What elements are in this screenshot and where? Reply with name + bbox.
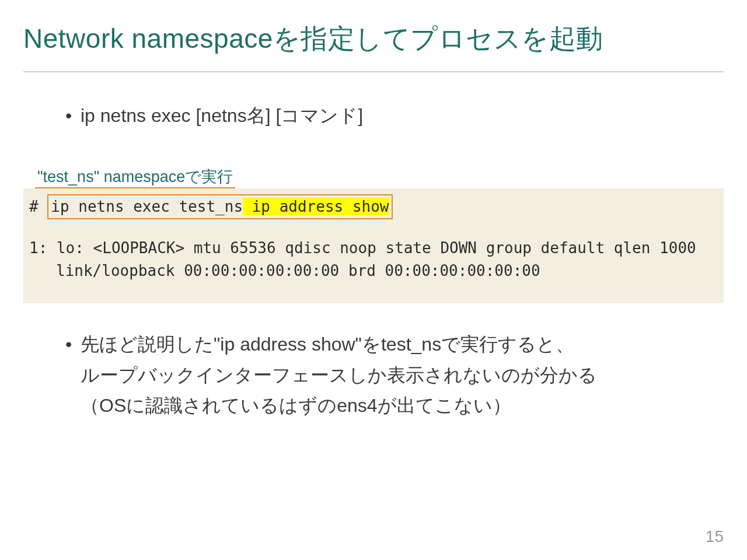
- bullet-text-line: （OSに認識されているはずのens4が出てこない）: [81, 395, 511, 416]
- bullet-item: ip netns exec [netns名] [コマンド]: [65, 103, 724, 129]
- bullet-text-line: 先ほど説明した"ip address show"をtest_nsで実行すると、: [81, 334, 574, 355]
- page-title: Network namespaceを指定してプロセスを起動: [23, 21, 724, 57]
- slide: Network namespaceを指定してプロセスを起動 ip netns e…: [0, 0, 747, 560]
- bullet-list-2: 先ほど説明した"ip address show"をtest_nsで実行すると、 …: [65, 329, 724, 421]
- code-output-line: link/loopback 00:00:00:00:00:00 brd 00:0…: [23, 260, 724, 282]
- code-block: # ip netns exec test_ns ip address show …: [23, 188, 724, 303]
- boxed-command-text: ip netns exec test_ns: [51, 198, 243, 215]
- code-command-line: # ip netns exec test_ns ip address show: [23, 194, 724, 219]
- bullet-text-line: ループバックインターフェースしか表示されないのが分かる: [81, 365, 597, 386]
- highlighted-command: ip address show: [243, 198, 389, 215]
- code-output-line: 1: lo: <LOOPBACK> mtu 65536 qdisc noop s…: [23, 237, 724, 260]
- shell-prompt: #: [29, 198, 47, 215]
- divider: [23, 71, 724, 72]
- bullet-list-1: ip netns exec [netns名] [コマンド]: [65, 103, 724, 129]
- bullet-item: 先ほど説明した"ip address show"をtest_nsで実行すると、 …: [65, 329, 724, 421]
- annotation-label: "test_ns" namespaceで実行: [35, 166, 235, 188]
- boxed-command: ip netns exec test_ns ip address show: [47, 194, 392, 219]
- page-number: 15: [706, 527, 724, 546]
